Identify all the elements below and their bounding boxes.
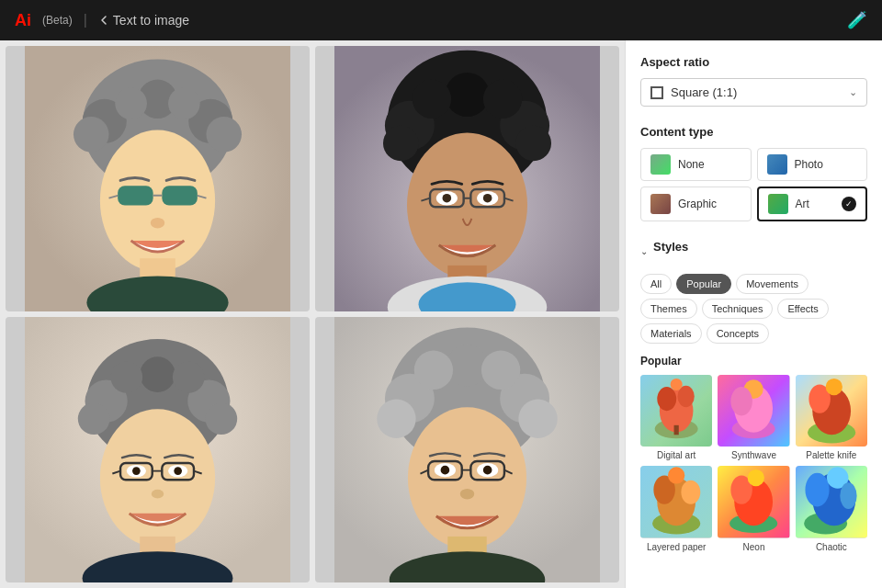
popular-grid: Digital art [640,375,867,552]
popular-item-synthwave[interactable]: Synthwave [718,375,789,460]
popular-thumb-synthwave [718,375,789,447]
style-tab-techniques[interactable]: Techniques [702,299,774,319]
style-tab-all[interactable]: All [640,274,672,294]
popular-thumb-neon [718,466,789,537]
content-type-graphic[interactable]: Graphic [640,187,752,221]
svg-point-26 [515,126,551,162]
art-selected-check: ✓ [842,197,856,211]
svg-point-44 [140,356,175,392]
content-type-art-icon [768,194,788,214]
style-tab-movements[interactable]: Movements [736,274,808,294]
svg-point-95 [731,387,752,415]
svg-point-89 [671,379,683,390]
svg-rect-13 [162,186,198,205]
square-icon [650,86,663,99]
popular-thumb-palette-knife [796,375,867,447]
popular-thumb-digital-art [640,375,712,447]
popular-item-digital-art-label: Digital art [640,450,712,460]
content-type-graphic-label: Graphic [678,198,717,210]
popular-item-chaotic[interactable]: Chaotic [796,466,867,551]
image-cell-1[interactable] [6,46,310,311]
content-type-photo-label: Photo [795,158,823,171]
svg-point-24 [483,80,522,119]
popular-item-neon-label: Neon [718,542,789,552]
popular-item-layered-paper[interactable]: Layered paper [640,466,712,551]
popular-label: Popular [640,355,867,368]
svg-point-17 [151,218,164,229]
flask-icon[interactable]: 🧪 [847,10,867,30]
content-type-photo[interactable]: Photo [757,148,868,181]
image-cell-3[interactable] [6,317,310,582]
svg-point-39 [483,194,492,203]
svg-point-60 [174,467,182,475]
image-cell-2[interactable] [315,46,619,311]
content-type-art-label: Art [796,198,809,210]
style-tab-popular[interactable]: Popular [676,274,731,294]
styles-section: ⌄ Styles All Popular Movements Themes Te… [640,240,867,552]
popular-item-layered-paper-label: Layered paper [640,542,712,552]
header-separator: | [84,12,87,28]
svg-point-48 [206,402,238,435]
popular-item-synthwave-label: Synthwave [718,450,789,460]
beta-label: (Beta) [42,14,73,27]
content-type-none[interactable]: None [640,148,752,181]
svg-point-117 [840,483,856,510]
svg-point-69 [377,400,415,438]
back-label: Text to image [113,13,189,28]
svg-point-67 [414,351,453,390]
content-type-graphic-icon [650,194,671,214]
content-type-grid: None Photo Graphic Art ✓ [640,148,867,221]
svg-point-45 [110,361,142,393]
right-panel: Aspect ratio Square (1:1) ⌄ Content type… [625,40,882,588]
aspect-ratio-dropdown[interactable]: Square (1:1) ⌄ [640,78,867,107]
svg-point-83 [460,489,474,500]
popular-item-palette-knife-label: Palette knife [796,450,867,460]
svg-point-82 [483,466,492,475]
content-type-photo-icon [767,154,787,175]
aspect-ratio-section: Aspect ratio Square (1:1) ⌄ [640,55,867,107]
adobe-logo: Ai [15,11,31,30]
main-content: Aspect ratio Square (1:1) ⌄ Content type… [0,40,882,588]
styles-header: ⌄ Styles [640,240,867,263]
style-tab-themes[interactable]: Themes [640,299,697,319]
style-tab-concepts[interactable]: Concepts [707,323,769,344]
back-button[interactable]: Text to image [98,13,189,28]
style-tabs: All Popular Movements Themes Techniques … [640,274,867,344]
svg-point-111 [748,469,764,486]
svg-point-87 [657,387,676,411]
image-cell-4[interactable] [315,317,619,582]
content-type-label: Content type [640,125,867,139]
popular-item-chaotic-label: Chaotic [796,542,867,552]
svg-point-105 [668,468,684,484]
svg-point-68 [481,351,520,390]
popular-item-neon[interactable]: Neon [718,466,789,551]
svg-point-115 [805,473,829,507]
popular-thumb-layered-paper [640,466,712,537]
svg-point-61 [152,490,164,499]
content-type-art[interactable]: Art ✓ [757,187,868,221]
svg-point-80 [441,466,450,475]
svg-point-25 [383,126,419,162]
popular-item-digital-art[interactable]: Digital art [640,375,712,460]
svg-point-47 [78,402,110,435]
svg-point-46 [173,361,205,393]
aspect-ratio-label: Aspect ratio [640,55,867,69]
app-header: Ai (Beta) | Text to image 🧪 [0,0,882,40]
style-tab-materials[interactable]: Materials [640,323,702,344]
aspect-ratio-value: Square (1:1) [671,85,737,99]
svg-point-70 [518,400,557,438]
style-tab-effects[interactable]: Effects [777,299,828,319]
content-type-section: Content type None Photo Graphic Art [640,125,867,221]
svg-point-23 [413,80,451,119]
svg-point-22 [445,73,489,117]
svg-point-3 [74,117,109,153]
svg-point-100 [825,379,842,395]
collapse-icon: ⌄ [640,246,648,256]
svg-point-49 [100,409,215,547]
popular-item-palette-knife[interactable]: Palette knife [796,375,867,460]
chevron-down-icon: ⌄ [849,86,857,98]
chevron-left-icon [98,15,109,26]
popular-thumb-chaotic [796,466,867,537]
svg-point-7 [115,87,147,119]
styles-label: Styles [653,240,688,254]
